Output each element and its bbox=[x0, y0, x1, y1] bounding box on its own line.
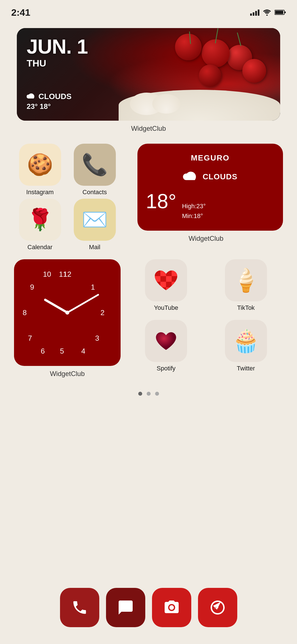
weather-condition-text: Clouds bbox=[202, 172, 237, 181]
status-icons bbox=[250, 9, 286, 16]
svg-rect-13 bbox=[160, 282, 166, 287]
calendar-app[interactable]: 🌹 Calendar bbox=[14, 199, 66, 251]
spotify-app[interactable]: Spotify bbox=[129, 320, 203, 372]
instagram-app[interactable]: 🍪 Instagram bbox=[14, 144, 66, 196]
svg-rect-16 bbox=[155, 287, 160, 293]
youtube-icon-wrapper bbox=[145, 259, 187, 301]
battery-icon bbox=[275, 9, 286, 15]
clock-num-2: 2 bbox=[100, 308, 104, 317]
hero-temps: 23° 18° bbox=[27, 102, 72, 111]
phone-icon bbox=[71, 599, 88, 616]
tiktok-label: TikTok bbox=[237, 304, 255, 311]
instagram-label: Instagram bbox=[26, 189, 54, 196]
clock-widget-container: 12 1 2 3 4 5 6 7 8 9 10 11 bbox=[14, 259, 121, 378]
svg-rect-19 bbox=[172, 287, 177, 293]
app-row-1: 🍪 Instagram 📞 Contacts 🌹 Calendar bbox=[14, 144, 283, 251]
app-icons-top-left: 🍪 Instagram 📞 Contacts 🌹 Calendar bbox=[14, 144, 121, 251]
clock-num-4: 4 bbox=[81, 347, 85, 355]
tiktok-app[interactable]: 🍦 TikTok bbox=[209, 259, 283, 311]
mail-app[interactable]: ✉️ Mail bbox=[69, 199, 121, 251]
mail-icon: ✉️ bbox=[82, 207, 108, 232]
svg-rect-11 bbox=[172, 276, 177, 282]
hero-weather: Clouds 23° 18° bbox=[27, 92, 72, 111]
weather-temp-range: High:23° Min:18° bbox=[182, 201, 206, 221]
hero-day-name: Thu bbox=[27, 58, 88, 69]
messages-icon bbox=[117, 599, 134, 616]
mail-label: Mail bbox=[89, 244, 100, 251]
dock-phone[interactable] bbox=[60, 588, 99, 627]
svg-rect-4 bbox=[155, 271, 160, 276]
clock-num-11: 11 bbox=[59, 270, 67, 279]
contacts-icon-wrapper: 📞 bbox=[74, 144, 116, 186]
clock-center-dot bbox=[65, 311, 69, 315]
clock-widget[interactable]: 12 1 2 3 4 5 6 7 8 9 10 11 bbox=[14, 259, 121, 366]
svg-rect-8 bbox=[155, 276, 160, 282]
dock-camera[interactable] bbox=[152, 588, 191, 627]
spotify-label: Spotify bbox=[157, 365, 176, 372]
youtube-label: YouTube bbox=[154, 304, 178, 311]
calendar-label: Calendar bbox=[27, 244, 52, 251]
clock-num-1: 1 bbox=[91, 283, 95, 291]
youtube-app[interactable]: YouTube bbox=[129, 259, 203, 311]
clock-num-10: 10 bbox=[43, 270, 51, 279]
instagram-icon-wrapper: 🍪 bbox=[19, 144, 61, 186]
svg-rect-17 bbox=[160, 287, 166, 293]
clock-minute-hand bbox=[67, 294, 100, 313]
svg-rect-5 bbox=[160, 271, 166, 276]
weather-widget-container: Meguro Clouds 18° High:23° Min:18° Widge… bbox=[129, 144, 283, 242]
tiktok-icon: 🍦 bbox=[232, 267, 260, 294]
clock-num-8: 8 bbox=[23, 308, 27, 317]
app-row-2: 12 1 2 3 4 5 6 7 8 9 10 11 bbox=[14, 259, 283, 378]
contacts-label: Contacts bbox=[82, 189, 107, 196]
twitter-label: Twitter bbox=[237, 365, 255, 372]
compass-icon bbox=[209, 599, 226, 616]
weather-condition-row: Clouds bbox=[146, 171, 275, 182]
hero-widget[interactable]: Jun. 1 Thu Clouds 23° 18° bbox=[17, 28, 280, 121]
weather-high: High:23° bbox=[182, 201, 206, 211]
clock-face: 12 1 2 3 4 5 6 7 8 9 10 11 bbox=[14, 259, 121, 366]
spotify-icon-wrapper bbox=[145, 320, 187, 362]
instagram-icon: 🍪 bbox=[27, 152, 53, 177]
weather-location: Meguro bbox=[146, 153, 275, 162]
svg-rect-15 bbox=[172, 282, 177, 287]
signal-icon bbox=[250, 9, 259, 16]
weather-min: Min:18° bbox=[182, 211, 206, 221]
page-dot-2[interactable] bbox=[147, 392, 151, 396]
mail-icon-wrapper: ✉️ bbox=[74, 199, 116, 241]
svg-rect-9 bbox=[160, 276, 166, 282]
weather-widget[interactable]: Meguro Clouds 18° High:23° Min:18° bbox=[137, 144, 283, 231]
svg-rect-2 bbox=[275, 11, 283, 14]
svg-rect-10 bbox=[166, 276, 172, 282]
hero-month-day: Jun. 1 bbox=[27, 36, 88, 57]
wifi-icon bbox=[263, 9, 271, 16]
clock-num-7: 7 bbox=[28, 334, 32, 343]
camera-icon bbox=[163, 599, 180, 616]
svg-rect-14 bbox=[166, 282, 172, 287]
tiktok-icon-wrapper: 🍦 bbox=[225, 259, 267, 301]
calendar-icon: 🌹 bbox=[27, 207, 53, 232]
hero-weather-condition: Clouds bbox=[27, 92, 72, 101]
svg-rect-7 bbox=[172, 271, 177, 276]
twitter-icon-wrapper: 🧁 bbox=[225, 320, 267, 362]
twitter-app[interactable]: 🧁 Twitter bbox=[209, 320, 283, 372]
weather-temp-row: 18° High:23° Min:18° bbox=[146, 191, 275, 221]
svg-rect-12 bbox=[155, 282, 160, 287]
dock-messages[interactable] bbox=[106, 588, 145, 627]
app-icons-bottom-right: YouTube 🍦 TikTok bbox=[129, 259, 283, 372]
page-dots bbox=[0, 392, 297, 396]
dock-safari[interactable] bbox=[198, 588, 237, 627]
youtube-icon bbox=[152, 268, 180, 293]
svg-point-0 bbox=[266, 15, 268, 16]
weather-big-temp: 18° bbox=[146, 191, 176, 211]
contacts-app[interactable]: 📞 Contacts bbox=[69, 144, 121, 196]
svg-rect-6 bbox=[166, 271, 172, 276]
page-dot-1[interactable] bbox=[138, 392, 142, 396]
status-time: 2:41 bbox=[11, 7, 30, 18]
hero-widget-label: WidgetClub bbox=[0, 125, 297, 132]
weather-widget-label: WidgetClub bbox=[129, 235, 283, 242]
page-dot-3[interactable] bbox=[155, 392, 159, 396]
contacts-icon: 📞 bbox=[82, 152, 108, 177]
svg-rect-18 bbox=[166, 287, 172, 293]
clock-num-9: 9 bbox=[30, 283, 34, 291]
clock-num-6: 6 bbox=[41, 347, 45, 355]
